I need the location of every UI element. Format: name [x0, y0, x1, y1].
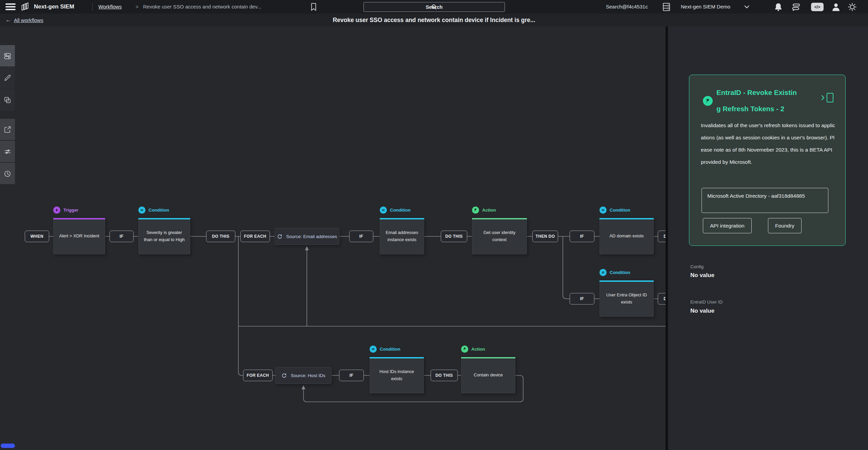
edit-tool-button[interactable] — [0, 67, 15, 89]
code-console-icon[interactable]: </> — [811, 3, 824, 11]
condition-rules-icon — [138, 207, 145, 214]
condition-node-label: Condition — [380, 206, 411, 214]
trigger-node-label: Trigger — [53, 206, 78, 214]
pencil-icon — [3, 74, 12, 82]
do-this-pill[interactable]: DO THIS — [206, 231, 235, 242]
nav-divider — [92, 3, 93, 11]
search-icon — [431, 4, 437, 10]
if-pill[interactable]: IF — [349, 231, 373, 242]
trigger-node-alert-xdr-incident[interactable]: Alert > XDR Incident — [53, 218, 105, 254]
for-each-pill[interactable]: FOR EACH — [240, 231, 270, 242]
open-details-button[interactable] — [821, 93, 834, 103]
panel-divider — [666, 26, 668, 450]
messages-icon[interactable] — [791, 2, 801, 12]
workflow-canvas[interactable]: Trigger Condition Condition Action Condi… — [0, 26, 666, 450]
trigger-bolt-icon — [53, 207, 60, 214]
toggle-controls-tool-button[interactable] — [0, 45, 15, 66]
integration-reference[interactable]: Microsoft Active Directory - aaf318d8488… — [702, 188, 828, 213]
condition-rules-icon — [370, 346, 377, 353]
duplicate-tool-button[interactable] — [0, 89, 15, 111]
expand-panel-icon — [826, 93, 834, 103]
do-this-pill-clipped[interactable]: DO THIS — [658, 293, 666, 305]
hamburger-menu-icon[interactable] — [5, 3, 16, 10]
condition-rules-icon — [380, 207, 387, 214]
condition-node-label: Condition — [599, 269, 630, 276]
entra-user-id-field-value: No value — [690, 308, 714, 314]
chevron-down-icon[interactable] — [744, 4, 750, 9]
flow-connectors-tool-button[interactable] — [0, 141, 15, 162]
condition-node-label: Condition — [599, 206, 630, 214]
action-node-label: Action — [461, 345, 485, 353]
loop-source-host-ids[interactable]: Source: Host IDs — [275, 367, 332, 384]
workflow-title: Revoke user SSO access and network conta… — [0, 17, 868, 24]
if-pill[interactable]: IF — [570, 293, 594, 305]
condition-node-severity[interactable]: Severity is greater than or equal to Hig… — [138, 218, 190, 254]
config-field-label: Config — [690, 264, 704, 269]
for-each-pill[interactable]: FOR EACH — [243, 370, 273, 381]
share-export-icon — [3, 125, 12, 134]
app-logo-icon[interactable] — [20, 2, 30, 12]
condition-rules-icon — [599, 269, 607, 276]
do-this-pill[interactable]: DO THIS — [431, 370, 458, 381]
loop-source-email-addresses[interactable]: Source: Email addresses — [275, 228, 339, 245]
action-flag-icon — [703, 96, 713, 106]
node-details-panel: EntraID - Revoke Existin g Refresh Token… — [668, 26, 868, 450]
copy-icon — [3, 96, 12, 104]
action-node-label: Action — [472, 206, 496, 214]
condition-node-label: Condition — [138, 206, 169, 214]
api-integration-tag[interactable]: API integration — [703, 218, 752, 233]
when-pill[interactable]: WHEN — [25, 231, 49, 242]
then-do-pill[interactable]: THEN DO — [532, 231, 558, 242]
if-pill[interactable]: IF — [570, 231, 594, 242]
condition-node-email-exists[interactable]: Email addresses instance exists — [380, 218, 424, 254]
action-description: Invalidates all of the user's refresh to… — [701, 119, 836, 168]
top-navigation-bar: Next-gen SIEM Workflows > Revoke user SS… — [0, 0, 868, 14]
loop-refresh-icon — [277, 234, 282, 239]
expand-chevron-icon — [821, 95, 825, 101]
condition-node-host-ids-exists[interactable]: Host IDs instance exists — [370, 357, 424, 393]
condition-node-entra-object-id[interactable]: User Entra Object ID exists — [599, 280, 654, 317]
user-profile-icon[interactable] — [831, 2, 841, 12]
workflow-header-bar: ← All workflows Revoke user SSO access a… — [0, 14, 868, 26]
breadcrumb-workflows-link[interactable]: Workflows — [98, 4, 122, 9]
theme-toggle-sun-icon[interactable] — [848, 2, 857, 12]
action-card-title[interactable]: EntraID - Revoke Existin g Refresh Token… — [716, 84, 818, 117]
app-title: Next-gen SIEM — [34, 3, 74, 10]
selected-action-card[interactable]: EntraID - Revoke Existin g Refresh Token… — [689, 75, 846, 246]
breadcrumb-separator: > — [136, 4, 139, 9]
horizontal-scrollbar-thumb[interactable] — [1, 444, 15, 448]
condition-node-label: Condition — [370, 345, 400, 353]
tenant-selector[interactable]: Next-gen SIEM Demo — [681, 4, 730, 9]
breadcrumb-current-page: Revoke user SSO access and network conta… — [143, 4, 261, 9]
entra-user-id-field-label: EntraID User ID — [690, 299, 723, 305]
condition-rules-icon — [599, 207, 607, 214]
action-node-contain-device[interactable]: Contain device — [461, 357, 515, 393]
merge-arrows-icon — [3, 148, 12, 156]
if-pill[interactable]: IF — [339, 370, 364, 381]
app-root: { "topnav": { "app_title": "Next-gen SIE… — [0, 0, 868, 450]
export-tool-button[interactable] — [0, 119, 15, 140]
action-flag-icon — [461, 346, 468, 353]
foundry-tag[interactable]: Foundry — [768, 218, 802, 233]
global-search-input[interactable]: Search — [363, 2, 505, 12]
config-field-value: No value — [690, 272, 714, 279]
bookmark-icon[interactable] — [310, 3, 317, 11]
loop-refresh-icon — [281, 373, 287, 378]
account-label[interactable]: Search@f4c4531c — [606, 4, 648, 9]
clock-history-icon — [3, 170, 12, 178]
toggles-icon — [3, 52, 12, 60]
data-stack-icon[interactable] — [662, 2, 671, 12]
do-this-pill[interactable]: DO THIS — [441, 231, 467, 242]
notifications-bell-icon[interactable] — [774, 2, 783, 12]
history-tool-button[interactable] — [0, 163, 15, 184]
condition-node-ad-domain[interactable]: AD domain exists — [599, 218, 654, 254]
do-this-pill-clipped[interactable]: DO THIS — [658, 231, 666, 242]
action-flag-icon — [472, 207, 479, 214]
if-pill[interactable]: IF — [110, 231, 134, 242]
action-node-get-user-identity[interactable]: Get user identity context — [472, 218, 527, 254]
